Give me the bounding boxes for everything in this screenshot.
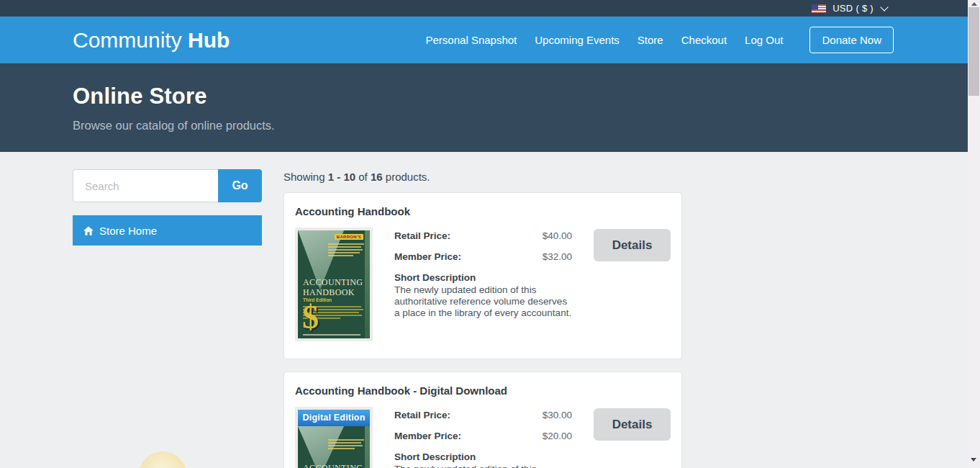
member-price-value: $20.00 (543, 431, 572, 441)
store-content: Go Store Home Showing 1 - 10 of 16 produ… (0, 152, 980, 468)
product-cover-image: BARRON'S ACCOUNTING HANDBOOK Third Editi… (295, 228, 373, 341)
short-description-text: The newly updated edition of this (394, 464, 572, 468)
store-home-label: Store Home (99, 225, 157, 237)
nav-links: Personal Snapshot Upcoming Events Store … (426, 27, 894, 53)
retail-price-row: Retail Price: $40.00 (394, 230, 572, 241)
member-price-row: Member Price: $20.00 (394, 431, 572, 441)
retail-price-label: Retail Price: (394, 410, 450, 420)
cover-book-title: ACCOUNTING HANDBOOK (303, 463, 363, 468)
donate-now-button[interactable]: Donate Now (809, 27, 894, 53)
member-price-label: Member Price: (394, 431, 461, 441)
home-icon (83, 226, 94, 235)
product-title: Accounting Handbook - Digital Download (295, 384, 671, 397)
cover-author-line (303, 334, 360, 336)
cover-fine-print-lines (328, 243, 364, 258)
currency-selector[interactable]: USD ( $ ) (832, 3, 874, 14)
product-list: Showing 1 - 10 of 16 products. Accountin… (283, 171, 682, 468)
retail-price-row: Retail Price: $30.00 (394, 410, 572, 420)
product-info: Retail Price: $30.00 Member Price: $20.0… (394, 407, 572, 468)
showing-of: of (358, 171, 368, 183)
details-button[interactable]: Details (594, 229, 671, 261)
details-button[interactable]: Details (594, 408, 671, 441)
member-price-label: Member Price: (394, 251, 461, 262)
member-price-value: $32.00 (543, 251, 572, 262)
scrollbar-thumb[interactable] (968, 7, 979, 96)
nav-link-checkout[interactable]: Checkout (681, 34, 727, 46)
cover-fine-print-lines (328, 439, 364, 451)
nav-link-log-out[interactable]: Log Out (745, 34, 783, 46)
logo-text-light: Community (73, 28, 182, 52)
chevron-down-icon[interactable] (880, 3, 888, 11)
cover-dollar-art: $ (302, 303, 319, 332)
product-title: Accounting Handbook (295, 205, 671, 217)
digital-edition-banner: Digital Edition (298, 410, 370, 426)
site-logo[interactable]: Community Hub (73, 28, 230, 53)
results-count: Showing 1 - 10 of 16 products. (283, 171, 682, 183)
short-description-label: Short Description (394, 451, 572, 462)
store-sidebar: Go Store Home (73, 169, 262, 246)
retail-price-label: Retail Price: (394, 230, 450, 241)
page-hero: Online Store Browse our catalog of onlin… (0, 63, 980, 152)
logo-text-bold: Hub (188, 28, 230, 52)
scrollbar-down-arrow-icon[interactable] (971, 458, 976, 462)
scrollbar[interactable] (968, 0, 980, 468)
sidebar-item-store-home[interactable]: Store Home (73, 215, 262, 246)
us-flag-icon (812, 4, 826, 13)
page-title: Online Store (73, 84, 980, 109)
retail-price-value: $40.00 (543, 230, 572, 241)
search-input[interactable] (73, 169, 218, 202)
showing-suffix: products. (386, 171, 430, 183)
nav-link-personal-snapshot[interactable]: Personal Snapshot (426, 34, 517, 46)
currency-topbar: USD ( $ ) (0, 0, 980, 17)
product-card: Accounting Handbook - Digital Download D… (283, 372, 682, 468)
showing-range: 1 - 10 (328, 171, 355, 183)
short-description-label: Short Description (394, 272, 572, 283)
search-go-button[interactable]: Go (218, 169, 262, 202)
product-cover-image: Digital Edition ACCOUNTING HANDBOOK (295, 407, 373, 468)
member-price-row: Member Price: $32.00 (394, 251, 572, 262)
cover-book-title: ACCOUNTING HANDBOOK (303, 277, 363, 297)
product-info: Retail Price: $40.00 Member Price: $32.0… (394, 228, 572, 319)
main-navbar: Community Hub Personal Snapshot Upcoming… (0, 17, 980, 63)
nav-link-upcoming-events[interactable]: Upcoming Events (535, 34, 620, 46)
showing-word: Showing (283, 171, 325, 183)
cover-brand-label: BARRON'S (335, 234, 363, 240)
showing-total: 16 (371, 171, 383, 183)
scrollbar-up-arrow-icon[interactable] (971, 2, 977, 6)
page-subtitle: Browse our catalog of online products. (73, 119, 980, 132)
nav-link-store[interactable]: Store (638, 34, 663, 46)
retail-price-value: $30.00 (543, 410, 572, 420)
product-card: Accounting Handbook BARRON'S ACCOUNT (283, 192, 682, 359)
search-bar: Go (73, 169, 262, 202)
short-description-text: The newly updated edition of this author… (394, 284, 572, 319)
